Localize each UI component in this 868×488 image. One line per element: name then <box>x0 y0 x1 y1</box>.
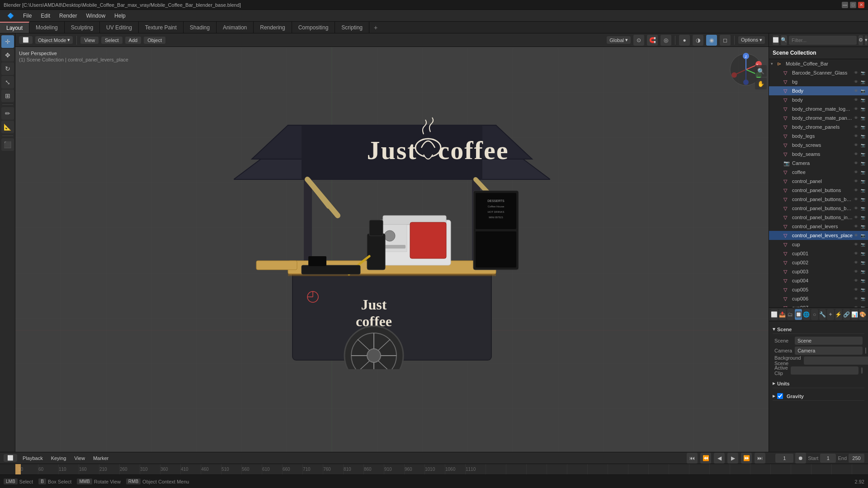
object-menu-button[interactable]: Object <box>144 37 165 44</box>
prop-tab-constraints[interactable]: 🔗 <box>843 309 850 320</box>
visibility-icon[interactable]: 👁 <box>853 115 859 121</box>
tree-item-control-panel-buttons[interactable]: ▽control_panel_buttons👁📷 <box>769 186 868 195</box>
visibility-icon[interactable]: 👁 <box>853 124 859 130</box>
viewport-shading-material[interactable]: ◑ <box>693 35 703 46</box>
viewport-shading-rendered[interactable]: ◉ <box>706 35 717 46</box>
tree-item-body-screws[interactable]: ▽body_screws👁📷 <box>769 141 868 150</box>
outliner-add-filter[interactable]: ▾ <box>865 35 868 45</box>
visibility-icon[interactable]: 👁 <box>853 142 859 148</box>
tree-item-body-seams[interactable]: ▽body_seams👁📷 <box>769 150 868 159</box>
minimize-button[interactable]: — <box>842 2 848 8</box>
global-dropdown[interactable]: Global ▾ <box>607 36 631 44</box>
visibility-icon[interactable]: 👁 <box>853 151 859 157</box>
transform-pivot-button[interactable]: ⊙ <box>633 35 644 46</box>
add-menu-button[interactable]: Add <box>125 37 142 44</box>
visibility-icon[interactable]: 👁 <box>853 106 859 112</box>
tab-uv-editing[interactable]: UV Editing <box>100 22 139 33</box>
prop-tab-object[interactable]: ○ <box>811 309 818 320</box>
viewport-zoom-magnify[interactable]: 🔍 <box>755 65 767 77</box>
camera-restrict-icon[interactable]: 📷 <box>860 296 866 302</box>
camera-restrict-icon[interactable]: 📷 <box>860 250 866 257</box>
tree-item-body[interactable]: ▽body👁📷 <box>769 95 868 104</box>
timeline-editor-type[interactable]: ⬜ <box>4 454 17 462</box>
tab-scripting[interactable]: Scripting <box>335 22 369 33</box>
tree-item-cup[interactable]: ▽cup👁📷 <box>769 240 868 249</box>
visibility-icon[interactable]: 👁 <box>853 214 859 221</box>
tree-item-cup003[interactable]: ▽cup003👁📷 <box>769 267 868 276</box>
tree-item-coffee[interactable]: ▽coffee👁📷 <box>769 168 868 177</box>
tree-item-control-panel[interactable]: ▽control_panel👁📷 <box>769 177 868 186</box>
select-menu-button[interactable]: Select <box>101 37 123 44</box>
camera-restrict-icon[interactable]: 📷 <box>860 97 866 103</box>
tab-shading[interactable]: Shading <box>184 22 217 33</box>
prop-tab-output[interactable]: 📤 <box>779 309 786 320</box>
camera-restrict-icon[interactable]: 📷 <box>860 259 866 266</box>
marker-menu[interactable]: Marker <box>90 455 111 462</box>
tree-item-bg[interactable]: ▽bg👁📷 <box>769 77 868 86</box>
visibility-icon[interactable]: 👁 <box>853 178 859 184</box>
camera-restrict-icon[interactable]: 📷 <box>860 286 866 293</box>
tree-item-cup002[interactable]: ▽cup002👁📷 <box>769 258 868 267</box>
visibility-icon[interactable]: 👁 <box>853 169 859 175</box>
camera-restrict-icon[interactable]: 📷 <box>860 115 866 121</box>
visibility-icon[interactable]: 👁 <box>853 223 859 230</box>
view-menu[interactable]: View <box>71 455 88 462</box>
tab-texture-paint[interactable]: Texture Paint <box>139 22 184 33</box>
prop-tab-world[interactable]: 🌐 <box>803 309 810 320</box>
tab-animation[interactable]: Animation <box>217 22 254 33</box>
active-clip-input[interactable] <box>791 366 859 375</box>
tree-item-body-chrome-mate-panels[interactable]: ▽body_chrome_mate_panels👁📷 <box>769 113 868 122</box>
camera-restrict-icon[interactable]: 📷 <box>860 196 866 202</box>
tree-item-control-panel-levers-place[interactable]: ▽control_panel_levers_place👁📷 <box>769 231 868 240</box>
visibility-icon[interactable]: 👁 <box>853 133 859 139</box>
camera-restrict-icon[interactable]: 📷 <box>860 232 866 239</box>
visibility-icon[interactable]: 👁 <box>853 277 859 284</box>
viewport-canvas[interactable]: Just coffee <box>15 47 769 452</box>
scene-name-input[interactable] <box>795 337 863 345</box>
tree-arrow[interactable]: ▾ <box>771 61 777 66</box>
end-frame-input[interactable] <box>849 454 864 463</box>
tab-layout[interactable]: Layout <box>0 22 29 33</box>
prop-tab-particles[interactable]: ✦ <box>827 309 834 320</box>
play-back-button[interactable]: ◀ <box>714 453 725 464</box>
prop-tab-render[interactable]: ⬜ <box>771 309 778 320</box>
visibility-icon[interactable]: 👁 <box>853 259 859 266</box>
camera-restrict-icon[interactable]: 📷 <box>860 277 866 284</box>
menu-blender[interactable]: 🔷 <box>4 12 18 20</box>
tree-item-cup004[interactable]: ▽cup004👁📷 <box>769 276 868 285</box>
camera-restrict-icon[interactable]: 📷 <box>860 151 866 157</box>
menu-help[interactable]: Help <box>111 12 129 20</box>
visibility-icon[interactable]: 👁 <box>853 268 859 275</box>
frame-cache-button[interactable]: ⏺ <box>795 453 806 464</box>
tab-compositing[interactable]: Compositing <box>292 22 335 33</box>
camera-restrict-icon[interactable]: 📷 <box>860 160 866 166</box>
annotate-tool[interactable]: ✏ <box>1 107 14 120</box>
viewport-shading-wireframe[interactable]: ◻ <box>720 35 731 46</box>
units-section-header[interactable]: ▸ Units <box>773 379 864 388</box>
snap-button[interactable]: 🧲 <box>647 35 658 46</box>
tree-item-mobile-coffee-bar[interactable]: ▾⊳Mobile_Coffee_Bar <box>769 59 868 68</box>
tree-item-cup007[interactable]: ▽cup007👁📷 <box>769 303 868 307</box>
start-frame-input[interactable] <box>820 454 836 463</box>
outliner-search-input[interactable] <box>789 36 857 45</box>
measure-tool[interactable]: 📐 <box>1 121 14 133</box>
visibility-icon[interactable]: 👁 <box>853 79 859 85</box>
jump-end-button[interactable]: ⏭ <box>755 453 765 464</box>
camera-restrict-icon[interactable]: 📷 <box>860 133 866 139</box>
scene-section-header[interactable]: ▾ Scene <box>773 325 864 334</box>
menu-file[interactable]: File <box>19 12 35 20</box>
prop-tab-material[interactable]: 🎨 <box>859 309 866 320</box>
gravity-section-header[interactable]: ▸ Gravity <box>773 392 864 401</box>
camera-restrict-icon[interactable]: 📷 <box>860 106 866 112</box>
visibility-icon[interactable]: 👁 <box>853 160 859 166</box>
visibility-icon[interactable]: 👁 <box>853 286 859 293</box>
viewport-editor-type-button[interactable]: ⬜ <box>19 36 33 44</box>
menu-window[interactable]: Window <box>82 12 109 20</box>
tree-item-control-panel-levers[interactable]: ▽control_panel_levers👁📷 <box>769 222 868 231</box>
visibility-icon[interactable]: 👁 <box>853 250 859 257</box>
tree-item-control-panel-buttons-body1[interactable]: ▽control_panel_buttons_body1👁📷 <box>769 195 868 204</box>
object-mode-dropdown[interactable]: Object Mode ▾ <box>35 36 73 44</box>
visibility-icon[interactable]: 👁 <box>853 88 859 94</box>
outliner-options[interactable]: ⚙ <box>859 35 863 45</box>
prop-tab-physics[interactable]: ⚡ <box>835 309 842 320</box>
